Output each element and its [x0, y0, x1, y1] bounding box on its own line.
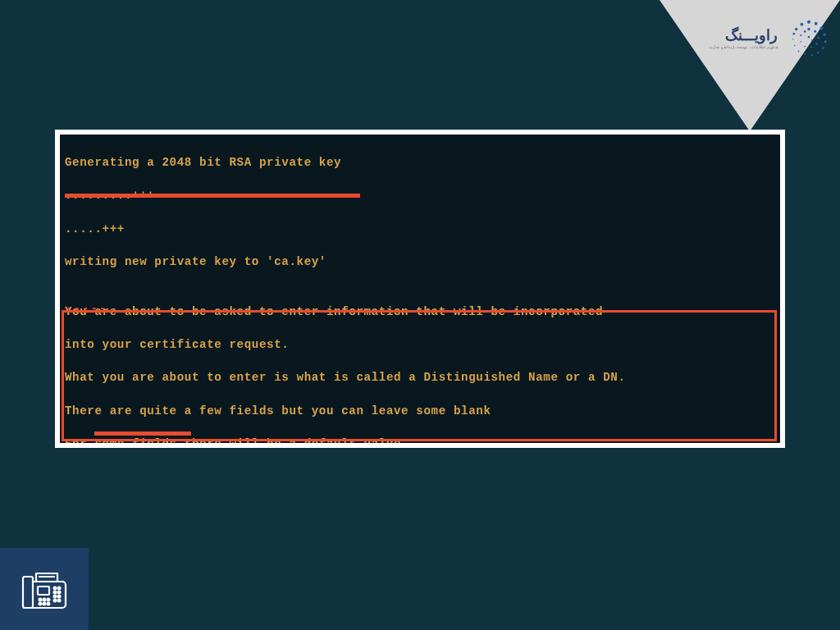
highlight-underline: [65, 194, 360, 198]
svg-point-14: [792, 33, 795, 35]
svg-point-21: [801, 41, 802, 43]
svg-point-42: [58, 599, 61, 601]
svg-point-35: [39, 598, 42, 600]
svg-point-39: [43, 602, 46, 605]
terminal-line: writing new private key to 'ca.key': [65, 253, 775, 270]
svg-point-0: [807, 21, 810, 24]
svg-point-16: [814, 30, 816, 33]
terminal-line: There are quite a few fields but you can…: [65, 403, 775, 419]
svg-point-30: [58, 587, 61, 589]
highlight-underline: [94, 431, 191, 436]
terminal-line: .....+++: [65, 221, 775, 237]
svg-point-17: [817, 37, 819, 39]
terminal-line: For some fields there will be a default …: [65, 436, 775, 443]
svg-point-29: [54, 587, 57, 589]
svg-point-9: [798, 50, 800, 52]
terminal-frame: Generating a 2048 bit RSA private key ..…: [55, 130, 785, 448]
svg-point-11: [792, 39, 793, 39]
svg-point-41: [54, 599, 57, 601]
svg-point-2: [819, 27, 823, 30]
logo-name: راویـــنگ: [709, 26, 778, 44]
svg-point-1: [815, 22, 818, 25]
svg-point-7: [811, 54, 813, 56]
svg-point-37: [48, 598, 50, 600]
svg-point-23: [804, 30, 806, 33]
terminal-line: Generating a 2048 bit RSA private key: [65, 154, 775, 171]
svg-point-6: [817, 52, 819, 53]
fax-phone-icon: [18, 562, 71, 617]
phone-badge: [0, 548, 89, 630]
svg-point-3: [823, 33, 825, 35]
svg-point-34: [58, 595, 61, 597]
terminal-output[interactable]: Generating a 2048 bit RSA private key ..…: [60, 135, 780, 443]
svg-point-4: [824, 40, 827, 43]
svg-point-38: [39, 602, 42, 605]
svg-point-13: [795, 28, 797, 30]
svg-point-36: [43, 598, 46, 600]
brand-logo: راویـــنگ فناوری اطلاعات، توسعه، ارتباط …: [705, 18, 829, 57]
logo-dot-icon: [789, 18, 829, 57]
terminal-line: What you are about to enter is what is c…: [65, 369, 775, 386]
svg-point-10: [794, 45, 796, 47]
terminal-line: into your certificate request.: [65, 336, 775, 353]
svg-point-24: [808, 36, 810, 39]
svg-point-8: [804, 53, 806, 55]
terminal-line: You are about to be asked to enter infor…: [65, 304, 775, 320]
svg-point-31: [54, 591, 57, 593]
svg-point-5: [822, 47, 824, 49]
svg-point-32: [58, 591, 61, 593]
svg-point-22: [800, 34, 801, 36]
highlight-dashes: -----: [65, 300, 108, 317]
svg-point-20: [804, 46, 806, 48]
logo-tagline: فناوری اطلاعات، توسعه، ارتباط و تجارت: [709, 44, 778, 49]
svg-point-12: [800, 23, 803, 26]
svg-point-33: [54, 595, 57, 597]
svg-point-40: [48, 602, 50, 605]
svg-point-15: [807, 28, 810, 30]
svg-rect-26: [23, 577, 33, 608]
svg-point-25: [811, 39, 813, 41]
svg-point-19: [810, 47, 812, 48]
svg-point-18: [815, 43, 817, 45]
svg-rect-28: [38, 587, 49, 595]
